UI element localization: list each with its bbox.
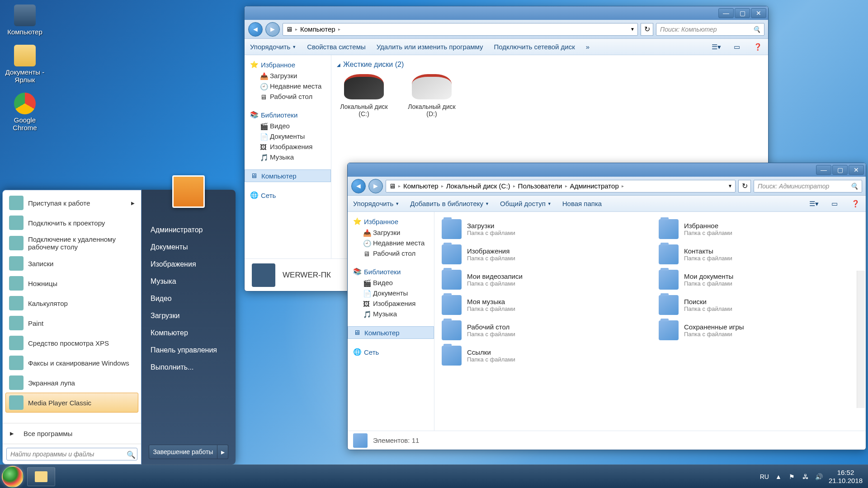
start-right-item[interactable]: Видео	[142, 290, 236, 307]
start-program-item[interactable]: Подключить к проектору	[5, 213, 138, 233]
toolbar-new-folder[interactable]: Новая папка	[562, 200, 602, 207]
start-right-item[interactable]: Администратор	[142, 221, 236, 239]
shutdown-options-button[interactable]: ▸	[217, 445, 228, 459]
toolbar-share[interactable]: Общий доступ ▼	[500, 200, 552, 207]
folder-item[interactable]: СсылкиПапка с файлами	[440, 344, 643, 367]
shutdown-button[interactable]: Завершение работы	[149, 445, 217, 459]
sidebar-item-desktop[interactable]: 🖥Рабочий стол	[348, 248, 434, 258]
refresh-button[interactable]: ↻	[738, 180, 751, 192]
sidebar-item-video[interactable]: 🎬Видео	[245, 121, 331, 131]
sidebar-item-network[interactable]: 🌐Сеть	[245, 189, 331, 201]
start-right-item[interactable]: Выполнить...	[142, 359, 236, 376]
section-header[interactable]: ◢Жесткие диски (2)	[337, 61, 763, 69]
sidebar-item-recent[interactable]: 🕘Недавние места	[245, 81, 331, 91]
flag-icon[interactable]: ⚑	[788, 473, 796, 481]
breadcrumb[interactable]: 🖥 ▸ Компьютер ▸ Локальный диск (C:) ▸ По…	[386, 180, 736, 192]
toolbar-map-drive[interactable]: Подключить сетевой диск	[494, 43, 575, 51]
search-input[interactable]: Поиск: Администратор 🔍	[754, 180, 862, 192]
chevron-down-icon[interactable]: ▼	[728, 183, 732, 188]
minimize-button[interactable]: —	[718, 8, 734, 18]
desktop-icon-documents[interactable]: Документы - Ярлык	[5, 45, 45, 84]
start-program-item[interactable]: Приступая к работе▶	[5, 193, 138, 213]
titlebar[interactable]: — ▢ ✕	[245, 6, 768, 20]
folder-item[interactable]: Мои видеозаписиПапка с файлами	[440, 268, 643, 291]
clock[interactable]: 16:52 21.10.2018	[829, 469, 863, 485]
breadcrumb-segment[interactable]: Пользователи	[518, 182, 562, 190]
breadcrumb-segment[interactable]: Администратор	[570, 182, 619, 190]
view-options-button[interactable]: ☰▾	[809, 199, 819, 209]
folder-item[interactable]: ЗагрузкиПапка с файлами	[440, 217, 643, 241]
start-program-item[interactable]: Экранная лупа	[5, 373, 138, 393]
nav-back-button[interactable]: ◄	[351, 179, 366, 193]
view-options-button[interactable]: ☰▾	[711, 42, 721, 52]
show-hidden-icons[interactable]: ▲	[774, 473, 783, 481]
start-button[interactable]	[2, 466, 24, 488]
sidebar-item-desktop[interactable]: 🖥Рабочий стол	[245, 91, 331, 102]
preview-pane-button[interactable]: ▭	[830, 199, 840, 209]
sidebar-item-computer[interactable]: 🖥Компьютер	[348, 326, 434, 339]
sidebar-item-pictures[interactable]: 🖼Изображения	[348, 298, 434, 309]
folder-item[interactable]: Моя музыкаПапка с файлами	[440, 293, 643, 317]
sidebar-item-music[interactable]: 🎵Музыка	[245, 152, 331, 162]
nav-forward-button[interactable]: ►	[265, 22, 280, 37]
folder-item[interactable]: ПоискиПапка с файлами	[657, 293, 860, 317]
chevron-down-icon[interactable]: ▼	[630, 27, 635, 32]
folder-item[interactable]: Сохраненные игрыПапка с файлами	[657, 319, 860, 342]
breadcrumb-segment[interactable]: Локальный диск (C:)	[446, 182, 510, 190]
start-program-item[interactable]: Записки	[5, 253, 138, 273]
folder-item[interactable]: ИзбранноеПапка с файлами	[657, 217, 860, 241]
sidebar-item-video[interactable]: 🎬Видео	[348, 277, 434, 288]
sidebar-item-downloads[interactable]: 📥Загрузки	[245, 70, 331, 81]
toolbar-overflow[interactable]: »	[586, 43, 590, 51]
sidebar-favorites-header[interactable]: ⭐Избранное	[245, 59, 331, 70]
sidebar-item-documents[interactable]: 📄Документы	[245, 131, 331, 141]
nav-back-button[interactable]: ◄	[248, 22, 263, 37]
start-search-input[interactable]	[6, 448, 137, 460]
refresh-button[interactable]: ↻	[641, 23, 653, 36]
language-indicator[interactable]: RU	[760, 473, 769, 480]
toolbar-add-library[interactable]: Добавить в библиотеку ▼	[410, 200, 489, 207]
start-program-item[interactable]: Калькулятор	[5, 293, 138, 313]
start-program-item[interactable]: Подключение к удаленному рабочему столу	[5, 233, 138, 253]
start-right-item[interactable]: Музыка	[142, 273, 236, 290]
all-programs-button[interactable]: ▶ Все программы	[6, 427, 137, 440]
start-program-item[interactable]: Paint	[5, 313, 138, 333]
help-button[interactable]: ❓	[753, 42, 763, 52]
sidebar-libraries-header[interactable]: 📚Библиотеки	[348, 266, 434, 277]
maximize-button[interactable]: ▢	[832, 165, 848, 175]
sidebar-item-computer[interactable]: 🖥Компьютер	[245, 169, 331, 182]
titlebar[interactable]: — ▢ ✕	[348, 163, 866, 177]
sidebar-item-music[interactable]: 🎵Музыка	[348, 309, 434, 319]
folder-item[interactable]: Мои документыПапка с файлами	[657, 268, 860, 291]
help-button[interactable]: ❓	[850, 199, 860, 209]
desktop-icon-computer[interactable]: Компьютер	[5, 5, 45, 36]
breadcrumb-segment[interactable]: Компьютер	[300, 25, 335, 33]
preview-pane-button[interactable]: ▭	[732, 42, 742, 52]
search-input[interactable]: Поиск: Компьютер 🔍	[656, 23, 764, 36]
toolbar-system-properties[interactable]: Свойства системы	[307, 43, 366, 51]
close-button[interactable]: ✕	[849, 165, 864, 175]
sidebar-item-documents[interactable]: 📄Документы	[348, 288, 434, 298]
breadcrumb-segment[interactable]: Компьютер	[403, 182, 439, 190]
folder-item[interactable]: Рабочий столПапка с файлами	[440, 319, 643, 342]
sidebar-item-network[interactable]: 🌐Сеть	[348, 346, 434, 358]
desktop-icon-chrome[interactable]: Google Chrome	[5, 93, 45, 131]
sidebar-favorites-header[interactable]: ⭐Избранное	[348, 216, 434, 227]
drive-d[interactable]: Локальный диск (D:)	[405, 74, 459, 117]
toolbar-uninstall[interactable]: Удалить или изменить программу	[377, 43, 483, 51]
breadcrumb[interactable]: 🖥 ▸ Компьютер ▸ ▼	[283, 23, 638, 36]
close-button[interactable]: ✕	[751, 8, 766, 18]
start-right-item[interactable]: Документы	[142, 239, 236, 256]
start-right-item[interactable]: Изображения	[142, 256, 236, 273]
toolbar-organize[interactable]: Упорядочить ▼	[353, 200, 399, 207]
start-program-item[interactable]: Факсы и сканирование Windows	[5, 353, 138, 373]
start-program-item[interactable]: Media Player Classic	[5, 393, 138, 413]
network-icon[interactable]: 🖧	[802, 473, 810, 481]
start-right-item[interactable]: Панель управления	[142, 342, 236, 359]
folder-item[interactable]: ИзображенияПапка с файлами	[440, 243, 643, 266]
sidebar-item-recent[interactable]: 🕘Недавние места	[348, 238, 434, 248]
sidebar-item-downloads[interactable]: 📥Загрузки	[348, 227, 434, 238]
sidebar-item-pictures[interactable]: 🖼Изображения	[245, 141, 331, 152]
volume-icon[interactable]: 🔊	[815, 473, 823, 481]
maximize-button[interactable]: ▢	[735, 8, 750, 18]
